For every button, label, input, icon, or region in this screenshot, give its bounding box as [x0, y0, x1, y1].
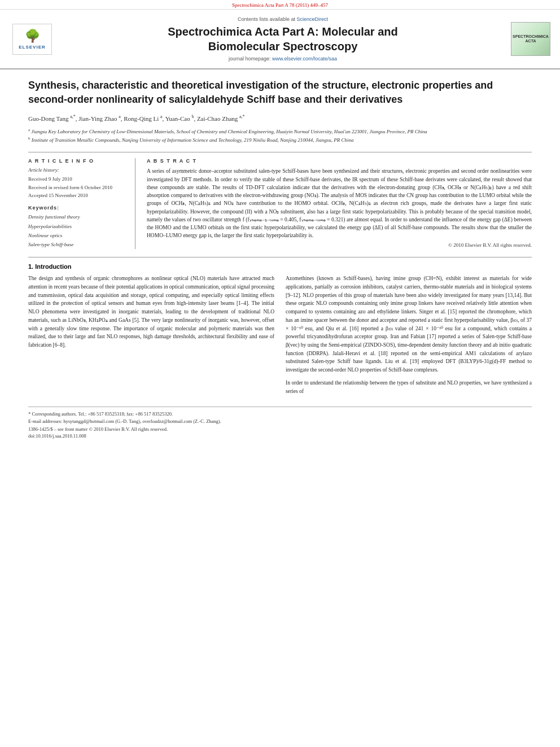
journal-title-block: Contents lists available at ScienceDirec… — [63, 14, 502, 64]
intro-right-text-1: Azomethines (known as Schiff-bases), hav… — [286, 274, 532, 374]
revised-date: Received in revised form 6 October 2010 — [28, 184, 128, 191]
journal-homepage: journal homepage: www.elsevier.com/locat… — [75, 56, 491, 62]
authors-line: Guo-Dong Tang a,*, Jian-Ying Zhao a, Ron… — [28, 113, 532, 123]
author-names: Guo-Dong Tang a,*, Jian-Ying Zhao a, Ron… — [28, 115, 245, 122]
doi-text: doi:10.1016/j.saa.2010.11.008 — [28, 433, 532, 439]
article-main: Synthesis, characteristic and theoretica… — [0, 69, 560, 448]
abstract-label: A B S T R A C T — [147, 158, 532, 164]
article-history-label: Article history: — [28, 167, 128, 173]
body-right-col: Azomethines (known as Schiff-bases), hav… — [286, 274, 532, 400]
info-abstract-section: A R T I C L E I N F O Article history: R… — [28, 152, 532, 249]
elsevier-logo: 🌳 ELSEVIER — [7, 14, 58, 64]
contents-available-line: Contents lists available at ScienceDirec… — [75, 16, 491, 22]
footnotes-area: * Corresponding authors. Tel.: +86 517 8… — [28, 407, 532, 439]
intro-left-text: The design and synthesis of organic chro… — [28, 274, 274, 349]
affiliations-block: a Jiangsu Key Laboratory for Chemistry o… — [28, 127, 532, 145]
article-info-label: A R T I C L E I N F O — [28, 158, 128, 164]
accepted-date: Accepted 15 November 2010 — [28, 191, 128, 199]
intro-right-text-2: In order to understand the relationship … — [286, 379, 532, 395]
journal-header: 🌳 ELSEVIER Contents lists available at S… — [0, 10, 560, 69]
spectrochimica-logo: SPECTROCHIMICAACTA — [511, 22, 550, 56]
homepage-label: journal homepage: — [229, 56, 271, 62]
citation-bar: Spectrochimica Acta Part A 78 (2011) 449… — [0, 0, 560, 10]
received-date: Received 9 July 2010 — [28, 175, 128, 183]
keywords-label: Keywords: — [28, 205, 128, 211]
keyword-4: Salen-type Schiff-base — [28, 240, 128, 249]
body-left-col: The design and synthesis of organic chro… — [28, 274, 274, 400]
sciencedirect-link[interactable]: ScienceDirect — [297, 16, 329, 22]
keywords-list: Density functional theory Hyperpolarizab… — [28, 212, 128, 249]
keyword-1: Density functional theory — [28, 212, 128, 221]
contents-text: Contents lists available at — [238, 16, 297, 22]
keyword-2: Hyperpolarizabilities — [28, 222, 128, 231]
elsevier-tree-icon: 🌳 — [25, 29, 40, 43]
affiliation-b: b Institute of Transition Metallic Compo… — [28, 136, 532, 144]
citation-text: Spectrochimica Acta Part A 78 (2011) 449… — [232, 2, 328, 8]
article-title: Synthesis, characteristic and theoretica… — [28, 78, 532, 107]
elsevier-logo-box: 🌳 ELSEVIER — [12, 24, 52, 55]
homepage-url[interactable]: www.elsevier.com/locate/saa — [272, 56, 337, 62]
body-two-col: The design and synthesis of organic chro… — [28, 274, 532, 400]
issn-text: 1386-1425/$ – see front matter © 2010 El… — [28, 426, 532, 432]
keyword-3: Nonlinear optics — [28, 231, 128, 240]
intro-heading: 1. Introduction — [28, 263, 532, 270]
right-logo-title: SPECTROCHIMICAACTA — [513, 34, 549, 44]
copyright-text: © 2010 Elsevier B.V. All rights reserved… — [147, 242, 532, 248]
journal-name: Spectrochimica Acta Part A: Molecular an… — [75, 24, 491, 54]
elsevier-brand-text: ELSEVIER — [19, 45, 46, 50]
article-info-col: A R T I C L E I N F O Article history: R… — [28, 158, 135, 249]
email-addresses: E-mail addresses: hysytanggd@hotmail.com… — [28, 418, 532, 425]
abstract-text: A series of asymmetric donor–acceptor su… — [147, 167, 532, 239]
corresponding-authors-note: * Corresponding authors. Tel.: +86 517 8… — [28, 410, 532, 418]
journal-logo-right: SPECTROCHIMICAACTA — [508, 14, 553, 64]
abstract-col: A B S T R A C T A series of asymmetric d… — [147, 158, 532, 249]
affiliation-a: a Jiangsu Key Laboratory for Chemistry o… — [28, 127, 532, 136]
introduction-section: 1. Introduction The design and synthesis… — [28, 257, 532, 400]
